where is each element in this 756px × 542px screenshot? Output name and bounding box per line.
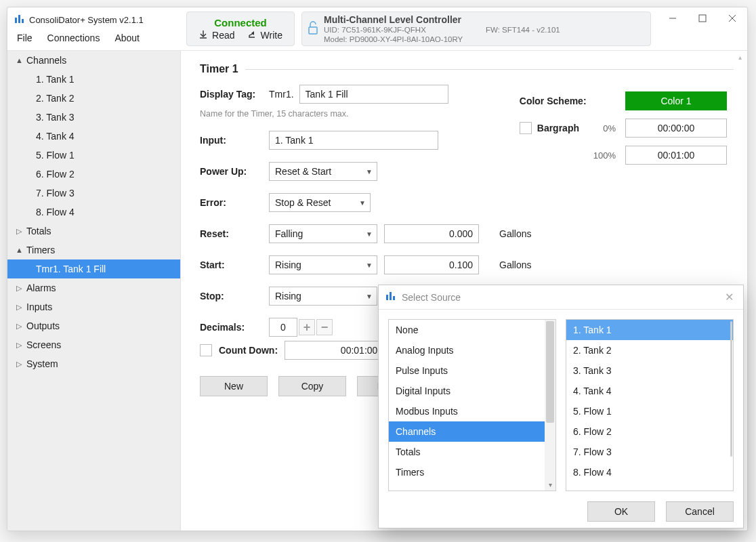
decimals-minus-button[interactable]: − (316, 319, 333, 335)
tree-channel-item[interactable]: 2. Tank 2 (7, 89, 180, 108)
start-mode-combo[interactable]: Rising▼ (269, 255, 377, 274)
powerup-combo[interactable]: Reset & Start▼ (269, 162, 377, 181)
upload-share-icon (247, 30, 257, 41)
color-scheme-button[interactable]: Color 1 (625, 91, 727, 110)
tree-channel-item[interactable]: 1. Tank 1 (7, 70, 180, 89)
tag-prefix: Tmr1. (269, 89, 297, 100)
bargraph-checkbox[interactable] (520, 122, 532, 134)
tree-totals[interactable]: ▷Totals (7, 222, 180, 241)
tree-channels[interactable]: ▲Channels (7, 51, 180, 70)
source-item-list[interactable]: 1. Tank 1 2. Tank 2 3. Tank 3 4. Tank 4 … (566, 319, 734, 491)
menu-connections[interactable]: Connections (47, 33, 100, 43)
display-tag-input[interactable] (299, 85, 448, 104)
write-button[interactable]: Write (247, 30, 282, 41)
scrollbar[interactable]: ▾ (545, 320, 555, 491)
svg-rect-8 (386, 295, 388, 300)
tree-channel-item[interactable]: 6. Flow 2 (7, 165, 180, 184)
titlebar: ConsoliDator+ System v2.1.1 File Connect… (7, 7, 747, 51)
list-item[interactable]: Pulse Inputs (389, 360, 555, 381)
section-heading: Timer 1 (200, 63, 238, 75)
scroll-up-icon[interactable]: ▴ (738, 54, 742, 61)
tree-alarms[interactable]: ▷Alarms (7, 278, 180, 297)
list-item[interactable]: 3. Tank 3 (566, 360, 733, 381)
connection-status: Connected (214, 17, 267, 28)
scrollbar-down-icon[interactable]: ▾ (546, 480, 554, 489)
menu-about[interactable]: About (114, 33, 140, 43)
nav-tree[interactable]: ▲Channels 1. Tank 1 2. Tank 2 3. Tank 3 … (7, 51, 181, 530)
bargraph-0pct-label: 0% (589, 123, 616, 133)
tree-channel-item[interactable]: 8. Flow 4 (7, 203, 180, 222)
download-icon (198, 30, 208, 41)
input-source-field[interactable] (269, 131, 438, 150)
reset-label: Reset: (200, 228, 262, 239)
stop-mode-combo[interactable]: Rising▼ (269, 287, 377, 306)
list-item[interactable]: Digital Inputs (389, 381, 555, 401)
countdown-checkbox[interactable] (200, 344, 212, 356)
tree-system[interactable]: ▷System (7, 354, 180, 373)
decimals-label: Decimals: (200, 322, 262, 333)
source-category-list[interactable]: None Analog Inputs Pulse Inputs Digital … (388, 319, 556, 491)
error-combo[interactable]: Stop & Reset▼ (269, 193, 371, 212)
list-item[interactable]: Modbus Inputs (389, 401, 555, 421)
decimals-plus-button[interactable]: + (299, 319, 315, 335)
tree-inputs[interactable]: ▷Inputs (7, 297, 180, 316)
copy-button[interactable]: Copy (278, 376, 346, 396)
write-label: Write (261, 30, 282, 41)
maximize-button[interactable] (688, 9, 717, 28)
bargraph-0-time[interactable]: 00:00:00 (625, 119, 727, 138)
list-item-selected[interactable]: 1. Tank 1 (566, 320, 733, 340)
read-button[interactable]: Read (198, 30, 234, 41)
tree-timers[interactable]: ▲Timers (7, 241, 180, 259)
close-button[interactable] (717, 9, 747, 28)
powerup-label: Power Up: (200, 166, 262, 177)
reset-value-input[interactable] (384, 224, 479, 243)
select-source-dialog: Select Source ✕ None Analog Inputs Pulse… (378, 285, 744, 528)
reset-mode-combo[interactable]: Falling▼ (269, 224, 377, 243)
dialog-ok-button[interactable]: OK (587, 501, 655, 522)
svg-rect-0 (15, 18, 17, 23)
connection-panel: Connected Read Write (186, 12, 295, 46)
chevron-down-icon: ▼ (366, 168, 373, 175)
scrollbar-thumb[interactable] (546, 321, 554, 423)
tree-timer-item-selected[interactable]: Tmr1. Tank 1 Fill (7, 259, 180, 278)
tree-outputs[interactable]: ▷Outputs (7, 316, 180, 335)
list-item[interactable]: 4. Tank 4 (566, 381, 733, 401)
dialog-cancel-button[interactable]: Cancel (666, 501, 734, 522)
device-fw: FW: SFT144 - v2.101 (486, 26, 644, 34)
scrollbar-thumb[interactable] (730, 321, 732, 457)
list-item[interactable]: Totals (389, 442, 555, 462)
dialog-close-button[interactable]: ✕ (722, 288, 736, 306)
list-item[interactable]: 6. Flow 2 (566, 421, 733, 442)
list-item[interactable]: None (389, 320, 555, 340)
start-unit: Gallons (499, 259, 553, 270)
bargraph-label: Bargraph (537, 123, 579, 133)
svg-rect-10 (393, 296, 395, 300)
decimals-value[interactable] (269, 318, 297, 337)
tree-channel-item[interactable]: 3. Tank 3 (7, 108, 180, 127)
minimize-button[interactable] (658, 9, 688, 28)
bargraph-100-time[interactable]: 00:01:00 (625, 146, 727, 165)
list-item[interactable]: 8. Flow 4 (566, 462, 733, 482)
dialog-logo-icon (385, 291, 396, 304)
chevron-down-icon: ▼ (366, 293, 373, 300)
tree-channel-item[interactable]: 5. Flow 1 (7, 146, 180, 165)
device-info-panel: Multi-Channel Level Controller UID: 7C51… (301, 12, 651, 46)
list-item[interactable]: Timers (389, 462, 555, 482)
list-item-selected[interactable]: Channels (389, 421, 555, 442)
new-button[interactable]: New (200, 376, 268, 396)
menu-file[interactable]: File (17, 33, 33, 43)
start-label: Start: (200, 259, 262, 270)
svg-rect-9 (390, 292, 392, 300)
menu-bar: File Connections About (14, 30, 175, 47)
list-item[interactable]: 5. Flow 1 (566, 401, 733, 421)
app-logo-icon (14, 14, 25, 26)
start-value-input[interactable] (384, 255, 479, 274)
list-item[interactable]: Analog Inputs (389, 340, 555, 360)
list-item[interactable]: 7. Flow 3 (566, 442, 733, 462)
tree-screens[interactable]: ▷Screens (7, 335, 180, 354)
list-item[interactable]: 2. Tank 2 (566, 340, 733, 360)
tree-channel-item[interactable]: 4. Tank 4 (7, 127, 180, 146)
tree-channel-item[interactable]: 7. Flow 3 (7, 184, 180, 203)
svg-rect-1 (18, 15, 20, 23)
bargraph-100pct-label: 100% (589, 150, 616, 161)
